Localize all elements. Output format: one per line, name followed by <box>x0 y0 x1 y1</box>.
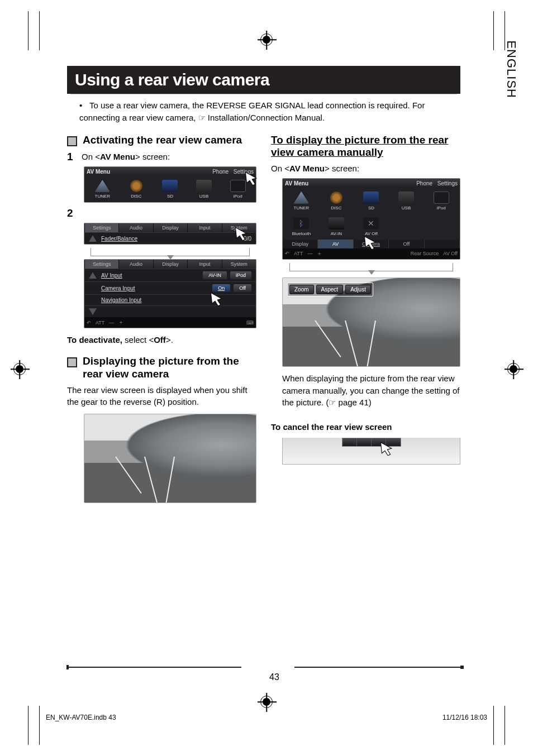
step-number: 2 <box>67 207 75 219</box>
plus-button[interactable]: ＋ <box>317 250 322 257</box>
sd-item[interactable]: SD <box>155 180 185 199</box>
settings-button[interactable]: Settings <box>437 180 458 186</box>
crop-mark-icon <box>493 11 494 50</box>
registration-mark-icon <box>260 34 273 46</box>
tab-system[interactable]: System <box>222 260 256 269</box>
tab-display[interactable]: Display <box>153 223 187 232</box>
language-tab: ENGLISH <box>504 40 518 98</box>
usb-icon <box>398 192 414 204</box>
manual-heading: To display the picture from the rear vie… <box>271 134 460 160</box>
section-box-icon <box>67 136 77 146</box>
adjust-button[interactable]: Adjust <box>345 285 371 294</box>
phone-button[interactable]: Phone <box>212 169 229 175</box>
sd-icon <box>162 180 178 192</box>
tab-input[interactable]: Input <box>187 260 221 269</box>
av-menu-screenshot: AV Menu Phone Settings TUNER DISC SD USB… <box>84 166 256 203</box>
sd-icon <box>363 192 379 204</box>
zoom-button[interactable]: Zoom <box>289 285 314 294</box>
tab-display[interactable]: Display <box>153 260 187 269</box>
rear-source-button[interactable]: Rear Source <box>411 251 439 256</box>
cancel-screen-image <box>282 438 460 465</box>
scroll-up-icon[interactable] <box>89 272 97 279</box>
crop-mark-icon <box>28 706 28 745</box>
registration-mark-icon <box>260 696 273 708</box>
on-button[interactable]: On <box>212 284 230 292</box>
registration-mark-icon <box>507 363 520 375</box>
keyboard-icon[interactable]: ⌨ <box>246 320 254 326</box>
disc-item[interactable]: DISC <box>321 192 352 210</box>
navigation-input-label[interactable]: Navigation Input <box>101 297 141 303</box>
back-icon[interactable]: ↶ <box>285 251 289 256</box>
bluetooth-item[interactable]: ᛒBluetooth <box>286 217 317 236</box>
minus-button[interactable]: — <box>109 320 114 326</box>
av-input-label[interactable]: AV Input <box>101 272 122 279</box>
display-body: The rear view screen is displayed when y… <box>67 384 256 409</box>
avoff-item[interactable]: ✕AV Off <box>356 217 387 236</box>
deactivate-text: To deactivate, select <Off>. <box>67 334 256 346</box>
registration-mark-icon <box>13 363 26 375</box>
rear-camera-image <box>84 414 256 503</box>
ipod-icon <box>434 192 449 204</box>
picture-controls: Zoom Aspect Adjust <box>287 283 373 296</box>
ss-title: AV Menu <box>87 169 110 175</box>
disc-item[interactable]: DISC <box>122 180 151 199</box>
tab-audio[interactable]: Audio <box>118 260 153 269</box>
connector-arrow-icon <box>84 248 256 259</box>
activate-heading: Activating the rear view camera <box>83 134 242 147</box>
step-number: 1 <box>67 151 75 163</box>
fader-balance-label[interactable]: Fader/Balance <box>101 236 137 242</box>
page-title: Using a rear view camera <box>67 66 460 94</box>
avin-item[interactable]: AV-IN <box>321 217 352 236</box>
tab-audio[interactable]: Audio <box>118 223 153 232</box>
bar-display[interactable]: Display <box>283 240 318 248</box>
cursor-icon <box>208 291 223 306</box>
scroll-up-icon[interactable] <box>89 235 97 242</box>
phone-button[interactable]: Phone <box>416 180 432 186</box>
crop-mark-icon <box>505 706 505 745</box>
att-button[interactable]: ATT <box>96 320 104 326</box>
page-number: 43 <box>67 672 482 682</box>
avoff-icon: ✕ <box>363 217 379 229</box>
cursor-icon <box>362 235 377 250</box>
tuner-icon <box>293 192 309 204</box>
pointer-icon: ☞ <box>329 398 336 407</box>
tuner-icon <box>94 180 110 192</box>
connector-arrow-icon <box>282 263 460 274</box>
settings-screenshot-2: Settings Audio Display Input System AV I… <box>84 259 256 328</box>
control-slot[interactable] <box>357 438 372 446</box>
tuner-item[interactable]: TUNER <box>286 192 317 210</box>
ss-title: AV Menu <box>285 180 308 186</box>
plus-button[interactable]: ＋ <box>118 319 123 326</box>
page-rule <box>67 667 241 668</box>
att-button[interactable]: ATT <box>294 251 303 256</box>
cursor-icon <box>243 171 258 185</box>
aspect-button[interactable]: Aspect <box>316 285 344 294</box>
settings-title: Settings <box>84 223 118 232</box>
usb-item[interactable]: USB <box>189 180 219 199</box>
back-icon[interactable]: ↶ <box>87 320 91 326</box>
minus-button[interactable]: — <box>307 251 312 256</box>
control-slot[interactable] <box>342 438 357 446</box>
sd-item[interactable]: SD <box>356 192 387 210</box>
crop-mark-icon <box>39 706 40 745</box>
tab-input[interactable]: Input <box>187 223 221 232</box>
scroll-down-icon[interactable] <box>89 308 97 315</box>
usb-icon <box>196 180 212 192</box>
display-heading: Displaying the picture from the rear vie… <box>83 355 256 381</box>
usb-item[interactable]: USB <box>391 192 422 210</box>
camera-input-label[interactable]: Camera Input <box>101 285 135 291</box>
crop-mark-icon <box>39 11 40 50</box>
tuner-item[interactable]: TUNER <box>88 180 117 199</box>
avin-button[interactable]: AV-IN <box>203 271 227 279</box>
bluetooth-icon: ᛒ <box>293 217 309 229</box>
off-button[interactable]: Off <box>234 284 251 292</box>
ipod-button[interactable]: iPod <box>230 271 251 279</box>
cursor-icon <box>378 441 393 456</box>
bar-off[interactable]: Off <box>389 240 424 248</box>
ipod-item[interactable]: iPod <box>426 192 456 210</box>
settings-title: Settings <box>84 260 118 269</box>
crop-mark-icon <box>493 706 494 745</box>
avoff-foot-button[interactable]: AV Off <box>443 251 458 256</box>
intro-text: • To use a rear view camera, the REVERSE… <box>79 99 460 124</box>
bar-av[interactable]: AV <box>318 240 353 248</box>
